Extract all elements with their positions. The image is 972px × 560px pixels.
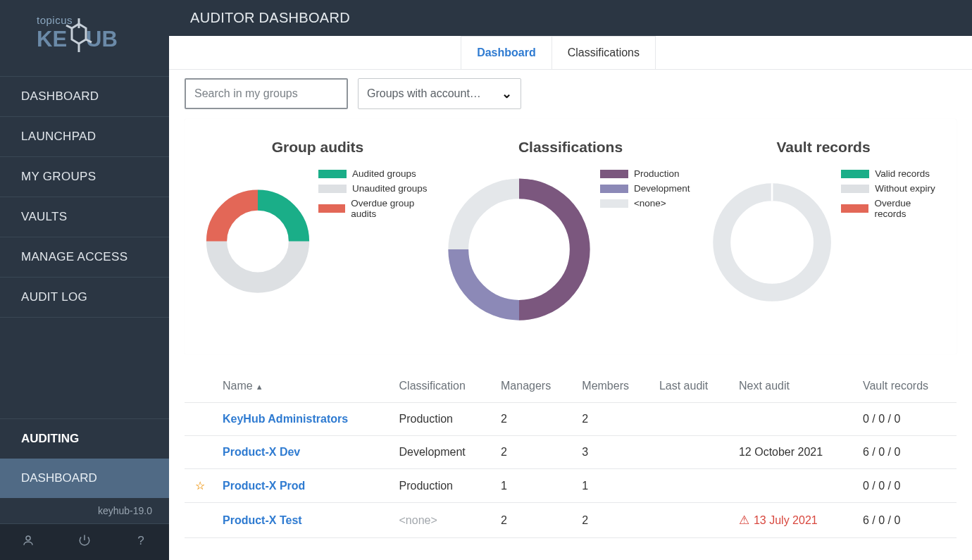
sidebar-version: keyhub-19.0 [0, 498, 169, 523]
cell-classification: Development [392, 436, 494, 469]
cell-managers: 2 [494, 436, 575, 469]
filter-select-label: Groups with account… [367, 87, 481, 100]
sidebar-item-dashboard[interactable]: DASHBOARD [0, 77, 169, 117]
profile-icon[interactable] [0, 524, 56, 560]
filter-select[interactable]: Groups with account… ⌄ [358, 78, 521, 109]
sidebar-footer: ? [0, 523, 169, 560]
sidebar-subitem-dashboard[interactable]: DASHBOARD [0, 459, 169, 498]
col-members[interactable]: Members [575, 370, 652, 403]
cell-managers: 2 [494, 503, 575, 538]
chart-group-audits [197, 168, 318, 302]
cell-members: 2 [575, 503, 652, 538]
logo: topicus KE UB [0, 0, 169, 76]
col-last-audit[interactable]: Last audit [652, 370, 732, 403]
chevron-down-icon: ⌄ [501, 86, 512, 101]
cell-members: 2 [575, 403, 652, 436]
svg-text:KE: KE [37, 27, 67, 51]
warning-icon: ⚠ [739, 513, 749, 528]
cell-next-audit: ⚠ 13 July 2021 [732, 503, 856, 538]
chart-title-group-audits: Group audits [197, 139, 438, 156]
table-row[interactable]: KeyHub AdministratorsProduction220 / 0 /… [185, 403, 957, 436]
group-link[interactable]: KeyHub Administrators [223, 413, 348, 425]
table-row[interactable]: Product-X Test<none>22⚠ 13 July 20216 / … [185, 503, 957, 538]
tab-classifications[interactable]: Classifications [552, 36, 656, 69]
group-link[interactable]: Product-X Dev [223, 446, 300, 458]
svg-text:UB: UB [86, 27, 118, 51]
col-classification[interactable]: Classification [392, 370, 494, 403]
star-icon[interactable] [185, 403, 216, 436]
cell-last-audit [652, 403, 732, 436]
help-icon[interactable]: ? [113, 524, 169, 560]
cell-vault-records: 0 / 0 / 0 [856, 469, 957, 503]
sidebar: topicus KE UB DASHBOARD LAUNCHPAD MY GRO… [0, 0, 169, 560]
star-icon[interactable]: ☆ [185, 469, 216, 503]
chart-title-classifications: Classifications [438, 139, 703, 156]
cell-last-audit [652, 503, 732, 538]
svg-point-10 [722, 192, 823, 293]
power-icon[interactable] [56, 524, 113, 560]
chart-vault-records [703, 168, 841, 316]
col-name[interactable]: Name▲ [216, 370, 392, 403]
table-row[interactable]: ☆Product-X ProdProduction110 / 0 / 0 [185, 469, 957, 503]
tabs: Dashboard Classifications [169, 36, 972, 70]
sidebar-item-my-groups[interactable]: MY GROUPS [0, 157, 169, 197]
chart-title-vault-records: Vault records [703, 139, 944, 156]
cell-next-audit: 12 October 2021 [732, 436, 856, 469]
cell-members: 1 [575, 469, 652, 503]
legend-vault-records: Valid records Without expiry Overdue rec… [841, 168, 944, 223]
tab-dashboard[interactable]: Dashboard [461, 36, 552, 69]
legend-classifications: Production Development <none> [600, 168, 690, 213]
table-row[interactable]: Product-X DevDevelopment2312 October 202… [185, 436, 957, 469]
controls: Groups with account… ⌄ [169, 70, 972, 119]
sidebar-section-auditing: AUDITING [0, 418, 169, 459]
table-panel: Name▲ Classification Managers Members La… [185, 370, 957, 538]
chart-classifications [438, 168, 600, 330]
svg-point-7 [26, 536, 30, 540]
star-icon[interactable] [185, 436, 216, 469]
cell-managers: 1 [494, 469, 575, 503]
search-input[interactable] [185, 78, 348, 109]
group-link[interactable]: Product-X Prod [223, 480, 305, 492]
cell-members: 3 [575, 436, 652, 469]
group-link[interactable]: Product-X Test [223, 514, 302, 526]
cell-next-audit [732, 469, 856, 503]
groups-table: Name▲ Classification Managers Members La… [185, 370, 957, 538]
cell-vault-records: 0 / 0 / 0 [856, 403, 957, 436]
cell-managers: 2 [494, 403, 575, 436]
sort-asc-icon: ▲ [256, 382, 263, 391]
sidebar-item-audit-log[interactable]: AUDIT LOG [0, 278, 169, 318]
cell-next-audit [732, 403, 856, 436]
cell-classification: <none> [392, 503, 494, 538]
col-managers[interactable]: Managers [494, 370, 575, 403]
page-title: AUDITOR DASHBOARD [169, 0, 972, 36]
sidebar-item-vaults[interactable]: VAULTS [0, 197, 169, 237]
main: AUDITOR DASHBOARD Dashboard Classificati… [169, 0, 972, 560]
cell-vault-records: 6 / 0 / 0 [856, 503, 957, 538]
legend-group-audits: Audited groups Unaudited groups Overdue … [318, 168, 438, 223]
sidebar-item-launchpad[interactable]: LAUNCHPAD [0, 117, 169, 157]
cell-last-audit [652, 469, 732, 503]
cell-last-audit [652, 436, 732, 469]
svg-text:topicus: topicus [37, 14, 73, 26]
sidebar-item-manage-access[interactable]: MANAGE ACCESS [0, 237, 169, 278]
col-vault-records[interactable]: Vault records [856, 370, 957, 403]
star-icon[interactable] [185, 503, 216, 538]
col-next-audit[interactable]: Next audit [732, 370, 856, 403]
cell-classification: Production [392, 469, 494, 503]
cell-vault-records: 6 / 0 / 0 [856, 436, 957, 469]
cell-classification: Production [392, 403, 494, 436]
charts-panel: Group audits Audited groups Unaud [185, 119, 957, 354]
